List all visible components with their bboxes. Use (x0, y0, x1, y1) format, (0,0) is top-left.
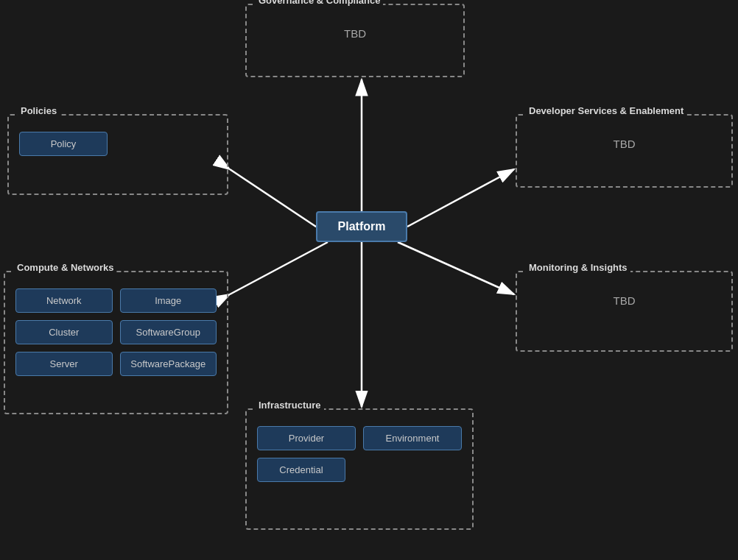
cluster-button[interactable]: Cluster (15, 320, 113, 344)
platform-node: Platform (316, 211, 407, 242)
svg-line-6 (398, 242, 514, 294)
governance-tbd: TBD (247, 27, 463, 40)
monitoring-label: Monitoring & Insights (526, 262, 630, 273)
softwarepackage-button[interactable]: SoftwarePackage (120, 352, 217, 376)
compute-label: Compute & Networks (14, 262, 116, 273)
policies-box: Policies Policy (7, 114, 228, 195)
developer-tbd: TBD (517, 138, 731, 150)
network-button[interactable]: Network (15, 288, 113, 313)
governance-box: Governance & Compliance TBD (245, 4, 465, 77)
policies-label: Policies (18, 105, 60, 116)
svg-line-4 (407, 169, 514, 227)
credential-button[interactable]: Credential (257, 458, 345, 482)
monitoring-tbd: TBD (517, 294, 731, 307)
governance-label: Governance & Compliance (256, 0, 383, 6)
svg-line-3 (230, 169, 316, 227)
monitoring-box: Monitoring & Insights TBD (516, 271, 733, 352)
infrastructure-box: Infrastructure Provider Environment Cred… (245, 408, 474, 530)
infrastructure-label: Infrastructure (256, 400, 324, 411)
developer-box: Developer Services & Enablement TBD (516, 114, 733, 188)
svg-line-5 (230, 242, 328, 294)
provider-button[interactable]: Provider (257, 426, 356, 450)
developer-label: Developer Services & Enablement (526, 105, 686, 116)
softwaregroup-button[interactable]: SoftwareGroup (120, 320, 217, 344)
environment-button[interactable]: Environment (363, 426, 462, 450)
platform-label: Platform (338, 220, 386, 233)
policy-button[interactable]: Policy (19, 132, 108, 156)
image-button[interactable]: Image (120, 288, 217, 313)
compute-box: Compute & Networks Network Image Cluster… (4, 271, 228, 414)
server-button[interactable]: Server (15, 352, 113, 376)
diagram-container: Platform Governance & Compliance TBD Pol… (0, 0, 738, 560)
